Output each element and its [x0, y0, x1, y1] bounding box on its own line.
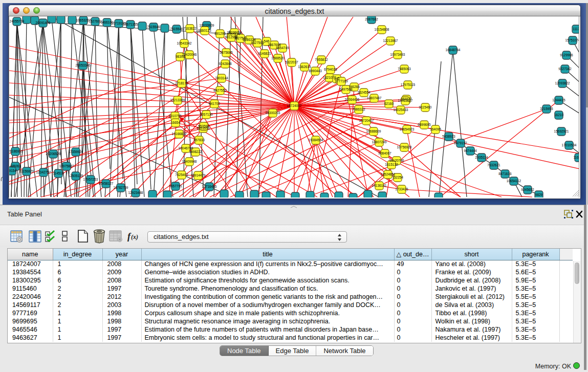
svg-text:3267130: 3267130 [200, 113, 213, 116]
svg-text:19384554: 19384554 [309, 138, 323, 142]
svg-text:16210: 16210 [554, 113, 563, 117]
svg-text:62160: 62160 [384, 102, 394, 105]
svg-text:12923448: 12923448 [128, 191, 143, 194]
svg-text:17359924: 17359924 [69, 150, 83, 154]
svg-text:9129966: 9129966 [560, 53, 573, 57]
svg-text:1244415: 1244415 [552, 98, 565, 102]
svg-text:18724007: 18724007 [287, 104, 302, 107]
svg-text:2935114: 2935114 [475, 156, 488, 159]
svg-text:7515546: 7515546 [147, 25, 160, 29]
svg-text:20053346: 20053346 [76, 63, 91, 67]
svg-text:19166822: 19166822 [172, 132, 187, 136]
svg-text:7955812: 7955812 [315, 58, 328, 61]
svg-text:25300203: 25300203 [266, 111, 280, 115]
svg-text:12342757: 12342757 [36, 170, 51, 174]
svg-text:2087682: 2087682 [365, 17, 378, 21]
svg-text:5938923: 5938923 [442, 135, 455, 138]
svg-text:16914479: 16914479 [191, 173, 206, 177]
svg-text:7986322: 7986322 [352, 107, 365, 111]
svg-text:26186910: 26186910 [9, 149, 23, 153]
svg-text:14463627: 14463627 [398, 99, 413, 102]
svg-text:16409948: 16409948 [182, 160, 197, 163]
svg-text:5875685: 5875685 [220, 51, 233, 54]
svg-text:557833: 557833 [193, 138, 205, 142]
svg-text:7163822: 7163822 [183, 27, 197, 30]
svg-text:10671355: 10671355 [123, 23, 138, 26]
svg-text:(x): (x) [131, 233, 138, 240]
svg-text:10654112: 10654112 [507, 179, 521, 183]
svg-text:9242848: 9242848 [219, 62, 232, 65]
svg-text:20206526: 20206526 [46, 152, 61, 156]
svg-text:20091406: 20091406 [36, 21, 51, 25]
svg-text:10046786: 10046786 [179, 146, 193, 150]
svg-text:9084067: 9084067 [378, 151, 391, 155]
svg-text:39154: 39154 [9, 169, 16, 172]
svg-text:1615132: 1615132 [385, 163, 398, 166]
svg-text:6794028: 6794028 [324, 68, 337, 71]
svg-text:12213369: 12213369 [170, 98, 185, 102]
svg-text:116753: 116753 [573, 156, 579, 159]
svg-text:9829: 9829 [535, 193, 543, 196]
svg-text:1733426: 1733426 [395, 187, 408, 191]
svg-text:17957253: 17957253 [83, 178, 98, 181]
svg-text:3624554: 3624554 [357, 91, 371, 94]
svg-text:1362615: 1362615 [298, 65, 311, 69]
svg-text:1010755: 1010755 [168, 114, 182, 118]
svg-text:16848784: 16848784 [446, 48, 461, 52]
svg-text:10025433: 10025433 [394, 108, 408, 112]
svg-text:15751074: 15751074 [565, 38, 579, 42]
svg-text:9115460: 9115460 [419, 105, 432, 109]
svg-text:9146821: 9146821 [258, 52, 271, 55]
svg-text:98396: 98396 [176, 55, 185, 58]
svg-text:553594: 553594 [198, 124, 209, 128]
svg-text:12213967: 12213967 [383, 39, 398, 42]
svg-text:17010534: 17010534 [562, 143, 577, 147]
svg-text:891295: 891295 [214, 32, 226, 35]
svg-text:12093822: 12093822 [555, 81, 570, 85]
svg-text:9327503: 9327503 [251, 41, 264, 45]
svg-text:17975115: 17975115 [401, 83, 416, 86]
svg-text:7803144: 7803144 [215, 76, 228, 80]
svg-text:19654923: 19654923 [400, 127, 415, 131]
svg-text:5322037: 5322037 [285, 60, 298, 64]
svg-text:6899695: 6899695 [418, 123, 431, 126]
svg-text:8660123: 8660123 [198, 29, 211, 32]
svg-text:24055724: 24055724 [10, 19, 25, 23]
svg-text:11156829: 11156829 [19, 169, 34, 173]
svg-text:10543342: 10543342 [177, 41, 192, 45]
svg-text:3215955: 3215955 [540, 107, 553, 111]
svg-text:2718170: 2718170 [175, 81, 188, 85]
svg-text:152254: 152254 [392, 176, 403, 179]
svg-text:10958127: 10958127 [99, 182, 114, 185]
svg-text:114519: 114519 [53, 171, 64, 175]
svg-text:9657791: 9657791 [169, 184, 182, 188]
svg-text:3498222: 3498222 [189, 150, 202, 154]
svg-text:16782759: 16782759 [114, 186, 128, 189]
svg-text:8427552: 8427552 [213, 89, 227, 92]
svg-text:10688609: 10688609 [366, 129, 381, 133]
svg-text:7515546: 7515546 [170, 27, 183, 31]
svg-text:1527602: 1527602 [89, 19, 102, 23]
svg-text:10975887: 10975887 [59, 164, 74, 168]
svg-text:9227342: 9227342 [558, 67, 572, 71]
svg-text:841700: 841700 [209, 102, 220, 105]
svg-text:8990443: 8990443 [309, 69, 322, 73]
svg-text:10973493: 10973493 [390, 53, 405, 56]
svg-text:8471616: 8471616 [498, 172, 512, 176]
svg-text:16120746: 16120746 [389, 159, 404, 162]
svg-text:10154808: 10154808 [375, 28, 389, 31]
svg-text:12505135: 12505135 [69, 174, 83, 178]
svg-text:16033809: 16033809 [200, 24, 214, 27]
svg-text:10756928: 10756928 [397, 145, 412, 149]
svg-text:14136141: 14136141 [372, 184, 387, 187]
svg-text:7632621: 7632621 [487, 163, 500, 167]
svg-text:15692921: 15692921 [554, 129, 569, 133]
svg-text:1117: 1117 [573, 27, 579, 31]
svg-text:9474444: 9474444 [464, 149, 477, 152]
svg-text:1588520: 1588520 [271, 56, 285, 60]
svg-text:164095: 164095 [430, 127, 441, 131]
svg-text:7625402: 7625402 [175, 173, 188, 177]
svg-text:8454749: 8454749 [276, 46, 289, 50]
svg-text:9245652: 9245652 [521, 188, 534, 191]
svg-text:13716485: 13716485 [202, 185, 217, 188]
